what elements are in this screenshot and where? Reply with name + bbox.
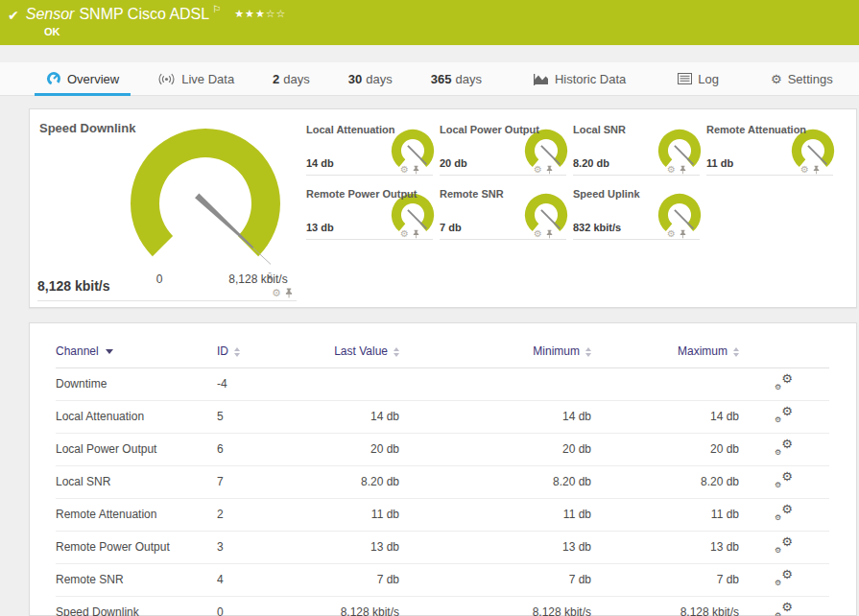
table-row[interactable]: Remote Power Output 3 13 db 13 db 13 db … bbox=[56, 532, 829, 564]
priority-stars[interactable]: ★★★☆☆ bbox=[234, 8, 286, 20]
table-row[interactable]: Speed Downlink 0 8,128 kbit/s 8,128 kbit… bbox=[56, 597, 829, 616]
tab-30-days[interactable]: 30days bbox=[337, 62, 404, 95]
channel-gauge-value: 832 kbit/s bbox=[573, 222, 621, 233]
gear-icon[interactable]: ⚙ bbox=[272, 288, 281, 298]
channel-last-value: 7 db bbox=[292, 564, 399, 597]
overview-panel: Speed Downlink x̄ 0 8,128 kbit/s 8,128 k… bbox=[29, 108, 857, 308]
mini-gauge-tile[interactable]: Local SNR 8.20 db ⚙ bbox=[573, 120, 706, 183]
column-header-minimum[interactable]: Minimum bbox=[399, 341, 591, 368]
table-row[interactable]: Local Power Output 6 20 db 20 db 20 db ⚙… bbox=[56, 434, 829, 466]
channel-last-value: 13 db bbox=[292, 532, 399, 564]
tab-label: Overview bbox=[67, 72, 119, 86]
table-row[interactable]: Local Attenuation 5 14 db 14 db 14 db ⚙⚙ bbox=[56, 401, 829, 434]
ok-check-icon: ✔ bbox=[8, 8, 19, 23]
channel-last-value: 20 db bbox=[292, 434, 399, 466]
star-empty-icon: ☆☆ bbox=[266, 8, 287, 20]
mini-gauge-tile[interactable]: Remote Attenuation 11 db ⚙ bbox=[706, 120, 840, 183]
pin-icon[interactable] bbox=[413, 229, 419, 239]
channel-maximum: 14 db bbox=[591, 401, 739, 434]
channel-last-value: 14 db bbox=[292, 401, 399, 434]
column-header-last-value[interactable]: Last Value bbox=[292, 341, 399, 368]
log-list-icon bbox=[678, 73, 692, 84]
table-row[interactable]: Remote SNR 4 7 db 7 db 7 db ⚙⚙ bbox=[56, 564, 829, 597]
channel-name: Downtime bbox=[56, 368, 217, 401]
edit-channel-icon[interactable]: ⚙⚙ bbox=[775, 537, 793, 554]
edit-channel-icon[interactable]: ⚙⚙ bbox=[775, 472, 793, 488]
table-row[interactable]: Local SNR 7 8.20 db 8.20 db 8.20 db ⚙⚙ bbox=[56, 466, 829, 499]
channel-last-value: 8.20 db bbox=[292, 466, 399, 499]
tab-2-days[interactable]: 2days bbox=[261, 62, 322, 95]
gear-icon[interactable]: ⚙ bbox=[667, 165, 676, 175]
gear-icon[interactable]: ⚙ bbox=[400, 229, 409, 239]
channel-gauge-value: 7 db bbox=[440, 222, 462, 233]
tab-label: days bbox=[283, 72, 309, 86]
channel-name: Remote Power Output bbox=[56, 532, 217, 564]
divider bbox=[706, 175, 833, 176]
channel-id: 6 bbox=[217, 434, 292, 466]
edit-channel-icon[interactable]: ⚙⚙ bbox=[775, 603, 793, 616]
channel-gauge-value: 14 db bbox=[306, 157, 334, 169]
gear-icon[interactable]: ⚙ bbox=[800, 165, 809, 175]
tab-settings[interactable]: ⚙ Settings bbox=[759, 62, 845, 95]
mini-gauge-tile[interactable]: Remote Power Output 13 db ⚙ bbox=[306, 184, 440, 248]
edit-channel-icon[interactable]: ⚙⚙ bbox=[775, 505, 793, 521]
tab-historic-data[interactable]: Historic Data bbox=[522, 62, 637, 95]
pin-icon[interactable] bbox=[285, 288, 293, 298]
main-gauge-title: Speed Downlink bbox=[39, 121, 135, 135]
channel-id: 4 bbox=[217, 564, 292, 597]
edit-channel-icon[interactable]: ⚙⚙ bbox=[775, 374, 793, 391]
tab-label: Settings bbox=[788, 72, 833, 86]
pin-icon[interactable] bbox=[546, 229, 553, 239]
sensor-header: ✔ SensorSNMP Cisco ADSL⚐ ★★★☆☆ OK bbox=[0, 0, 859, 45]
edit-channel-icon[interactable]: ⚙⚙ bbox=[775, 439, 793, 456]
channel-maximum: 8.20 db bbox=[591, 466, 739, 499]
channel-table-body: Downtime -4 ⚙⚙ Local Attenuation 5 14 db… bbox=[56, 368, 829, 616]
pin-icon[interactable] bbox=[546, 165, 553, 175]
column-header-id[interactable]: ID bbox=[217, 341, 292, 368]
pin-icon[interactable] bbox=[680, 229, 686, 239]
divider bbox=[573, 239, 700, 240]
page-title: SensorSNMP Cisco ADSL⚐ bbox=[26, 6, 221, 23]
gear-icon[interactable]: ⚙ bbox=[534, 229, 542, 239]
gauge-icon bbox=[46, 71, 61, 86]
divider bbox=[306, 239, 433, 240]
column-header-channel[interactable]: Channel bbox=[56, 341, 217, 368]
tab-label: days bbox=[455, 72, 481, 86]
divider bbox=[440, 239, 566, 240]
gear-icon[interactable]: ⚙ bbox=[667, 229, 676, 239]
column-header-maximum[interactable]: Maximum bbox=[591, 341, 739, 368]
channel-id: 0 bbox=[217, 597, 292, 616]
channel-minimum: 8.20 db bbox=[399, 466, 591, 499]
mini-gauge-tile[interactable]: Local Power Output 20 db ⚙ bbox=[440, 120, 573, 183]
flag-icon[interactable]: ⚐ bbox=[212, 4, 221, 14]
channel-maximum: 11 db bbox=[591, 499, 739, 532]
divider bbox=[306, 175, 433, 176]
channel-maximum: 8,128 kbit/s bbox=[591, 597, 739, 616]
tab-overview[interactable]: Overview bbox=[35, 62, 131, 95]
tab-label: Live Data bbox=[181, 72, 234, 86]
pin-icon[interactable] bbox=[680, 165, 686, 175]
tab-log[interactable]: Log bbox=[666, 62, 730, 95]
table-row[interactable]: Remote Attenuation 2 11 db 11 db 11 db ⚙… bbox=[56, 499, 829, 532]
mini-gauge-tile[interactable]: Remote SNR 7 db ⚙ bbox=[440, 184, 573, 248]
main-gauge-tile[interactable]: Speed Downlink x̄ 0 8,128 kbit/s 8,128 k… bbox=[30, 109, 306, 307]
channel-gauge-value: 11 db bbox=[706, 157, 733, 169]
main-gauge-value: 8,128 kbit/s bbox=[37, 278, 110, 294]
tab-live-data[interactable]: Live Data bbox=[146, 62, 246, 95]
pin-icon[interactable] bbox=[413, 165, 419, 175]
gear-icon[interactable]: ⚙ bbox=[534, 165, 542, 175]
edit-channel-icon[interactable]: ⚙⚙ bbox=[775, 407, 793, 423]
pin-icon[interactable] bbox=[813, 165, 820, 175]
channel-minimum: 11 db bbox=[399, 499, 591, 532]
tab-365-days[interactable]: 365days bbox=[419, 62, 493, 95]
star-filled-icon: ★★★ bbox=[234, 8, 266, 20]
gear-icon[interactable]: ⚙ bbox=[400, 165, 409, 175]
tab-label: Historic Data bbox=[555, 72, 626, 86]
channel-gauge-value: 8.20 db bbox=[573, 157, 609, 169]
mini-gauge-tile[interactable]: Local Attenuation 14 db ⚙ bbox=[306, 120, 440, 183]
mini-gauge-tile[interactable]: Speed Uplink 832 kbit/s ⚙ bbox=[573, 184, 706, 248]
channel-name: Local SNR bbox=[56, 466, 217, 499]
channel-table-panel: Channel ID Last Value Minimum Maximum Do… bbox=[29, 322, 857, 616]
edit-channel-icon[interactable]: ⚙⚙ bbox=[775, 570, 793, 586]
table-row[interactable]: Downtime -4 ⚙⚙ bbox=[56, 368, 829, 401]
